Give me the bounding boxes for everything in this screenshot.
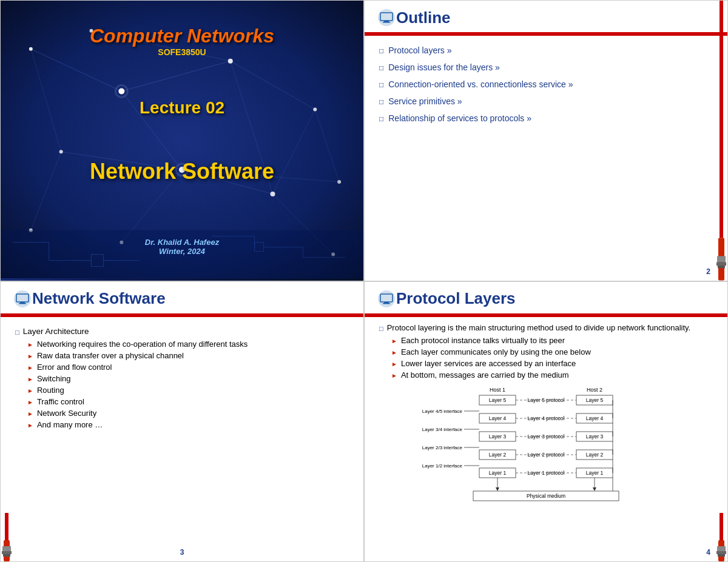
outline-item: □Relationship of services to protocols »: [379, 113, 713, 123]
sub-bullet-4: ►Lower layer services are accessed by an…: [391, 359, 713, 368]
svg-text:Layer 1: Layer 1: [489, 470, 507, 476]
sub-bullet-icon-4: ►: [391, 361, 397, 367]
sub-bullet-icon: ►: [27, 353, 33, 360]
lecture-title: Network Software: [90, 159, 274, 184]
svg-rect-46: [720, 1, 723, 238]
protocol-diagram: Host 1 Host 2 Layer 5 Layer 5 protocol L…: [379, 384, 713, 518]
outline-text: Design issues for the layers »: [388, 62, 500, 72]
svg-text:Layer 4/5 interface: Layer 4/5 interface: [422, 409, 463, 414]
outline-bullet: □: [379, 115, 383, 123]
svg-rect-49: [716, 262, 726, 266]
outline-bullet: □: [379, 81, 383, 89]
outline-bullet: □: [379, 64, 383, 72]
sub-bullet-4: ►At bottom, messages are carried by the …: [391, 370, 713, 380]
sub-bullet: ►Networking requires the co-operation of…: [27, 340, 349, 349]
svg-text:Layer 3: Layer 3: [489, 433, 507, 440]
slide-number: 2: [706, 267, 710, 276]
sub-bullet: ►Routing: [27, 386, 349, 395]
monitor-icon-3: [13, 289, 32, 309]
author-name: Dr. Khalid A. Hafeez: [145, 238, 219, 247]
slide4-header: Protocol Layers: [365, 282, 727, 315]
svg-rect-48: [717, 256, 726, 262]
svg-text:Layer 3: Layer 3: [586, 433, 604, 440]
main-bullet: □ Layer Architecture: [15, 327, 349, 336]
slide2-header: Outline: [365, 1, 727, 34]
sub-bullet-text-4: Each layer communicates only by using th…: [401, 347, 591, 356]
sub-bullet: ►Network Security: [27, 409, 349, 418]
svg-rect-56: [20, 302, 25, 303]
sub-bullet-text: Raw data transfer over a physical channe…: [37, 351, 184, 360]
sub-bullet-text: And many more …: [37, 420, 103, 429]
layers-svg: Host 1 Host 2 Layer 5 Layer 5 protocol L…: [419, 384, 673, 518]
svg-rect-66: [383, 303, 390, 304]
sub-bullet-text: Networking requires the co-operation of …: [37, 340, 248, 349]
sub-bullet-icon: ►: [27, 422, 33, 429]
sub-bullet-text-4: At bottom, messages are carried by the m…: [401, 370, 569, 380]
outline-text: Connection-oriented vs. connectionless s…: [388, 79, 573, 89]
svg-rect-65: [384, 302, 389, 303]
svg-text:Host 2: Host 2: [587, 387, 602, 393]
outline-list: □Protocol layers »□Design issues for the…: [379, 45, 713, 123]
outline-text: Service primitives »: [388, 96, 462, 106]
semester: Winter, 2024: [145, 247, 219, 256]
sub-bullet-icon: ►: [27, 341, 33, 348]
author-section: Dr. Khalid A. Hafeez Winter, 2024: [145, 238, 219, 256]
slide4-title: Protocol Layers: [396, 289, 516, 308]
svg-rect-45: [383, 22, 390, 23]
outline-item: □Service primitives »: [379, 96, 713, 106]
sub-bullet-icon: ►: [27, 399, 33, 406]
slide3-title: Network Software: [32, 289, 166, 308]
svg-text:Layer 1: Layer 1: [586, 470, 604, 476]
sub-bullet-text: Traffic control: [37, 397, 84, 406]
slide1-content: Computer Networks SOFE3850U Lecture 02 N…: [13, 13, 351, 269]
main-bullet-4: □ Protocol layering is the main structur…: [379, 323, 713, 332]
svg-rect-61: [2, 551, 12, 554]
sub-bullet-4: ►Each protocol instance talks virtually …: [391, 336, 713, 345]
svg-rect-118: [720, 513, 723, 540]
slide4-body: □ Protocol layering is the main structur…: [365, 317, 727, 562]
slide-4: Protocol Layers □ Protocol layering is t…: [364, 281, 728, 563]
sub-bullet-icon-4: ►: [391, 372, 397, 379]
outline-item: □Protocol layers »: [379, 45, 713, 55]
svg-rect-120: [717, 546, 726, 551]
sub-bullet-list: ►Networking requires the co-operation of…: [15, 340, 349, 429]
svg-rect-121: [716, 551, 726, 554]
svg-text:Host 1: Host 1: [490, 387, 505, 393]
sub-bullet-icon-4: ►: [391, 349, 397, 356]
slide-1: Computer Networks SOFE3850U Lecture 02 N…: [0, 0, 364, 281]
outline-bullet: □: [379, 98, 383, 106]
sub-bullet: ►Switching: [27, 374, 349, 383]
cable-right: [715, 1, 727, 281]
svg-text:Physical medium: Physical medium: [527, 493, 565, 499]
main-title: Computer Networks: [90, 25, 274, 47]
lecture-number: Lecture 02: [140, 98, 224, 118]
sub-bullet: ►And many more …: [27, 420, 349, 429]
slide3-header: Network Software: [1, 282, 363, 315]
sub-bullet-icon: ►: [27, 364, 33, 371]
sub-bullet-text-4: Each protocol instance talks virtually t…: [401, 336, 565, 345]
svg-rect-62: [3, 554, 10, 557]
main-bullet-icon: □: [15, 329, 19, 336]
svg-text:Layer 1/2 interface: Layer 1/2 interface: [422, 463, 463, 469]
svg-text:Layer 4: Layer 4: [586, 415, 604, 421]
svg-rect-44: [384, 21, 389, 22]
outline-text: Relationship of services to protocols »: [388, 113, 531, 123]
main-bullet-icon-4: □: [379, 325, 383, 332]
title-section: Computer Networks SOFE3850U: [90, 25, 274, 57]
svg-text:Layer 2: Layer 2: [586, 452, 604, 458]
svg-rect-58: [5, 513, 8, 540]
svg-text:Layer 3/4 interface: Layer 3/4 interface: [422, 427, 463, 432]
cable-left-3: [1, 513, 13, 561]
cable-right-4: [715, 513, 727, 561]
slide3-body: □ Layer Architecture ►Networking require…: [1, 317, 363, 562]
slide4-number: 4: [706, 548, 710, 557]
sub-bullet: ►Raw data transfer over a physical chann…: [27, 351, 349, 360]
sub-bullet-text: Routing: [37, 386, 64, 395]
sub-bullet-list-4: ►Each protocol instance talks virtually …: [379, 336, 713, 380]
outline-item: □Connection-oriented vs. connectionless …: [379, 79, 713, 89]
slide-2: Outline □Protocol layers »□Design issues…: [364, 0, 728, 281]
outline-text: Protocol layers »: [388, 45, 451, 55]
svg-text:Layer 2: Layer 2: [489, 452, 507, 458]
sub-bullet: ►Error and flow control: [27, 363, 349, 372]
svg-rect-57: [19, 303, 26, 304]
